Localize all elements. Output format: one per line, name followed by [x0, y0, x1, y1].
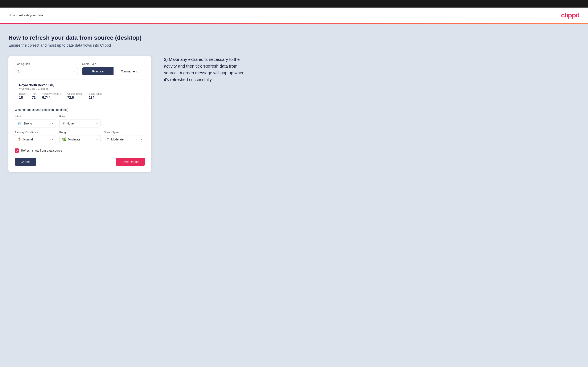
- rough-group: Rough 🌿 Moderate ▼: [59, 131, 101, 143]
- conditions-section-title: Weather and course conditions (optional): [15, 108, 145, 111]
- slope-rating-value: 134: [89, 96, 102, 100]
- rain-label: Rain: [59, 115, 101, 118]
- header: How to refresh your data clippd: [0, 8, 588, 23]
- holes-value: 18: [19, 96, 26, 100]
- course-stats: Holes 18 Par 72 Yards/White (M)) 6,744 C…: [19, 92, 141, 100]
- yards-value: 6,744: [42, 96, 61, 100]
- rain-group: Rain ☀ None ▼: [59, 115, 101, 127]
- par-stat: Par 72: [32, 92, 36, 100]
- logo: clippd: [561, 11, 579, 19]
- fairway-arrow-icon: ▼: [51, 138, 54, 141]
- green-speed-label: Green Speed: [104, 131, 145, 134]
- game-type-group: Game Type Practice Tournament: [82, 62, 145, 75]
- rain-arrow-icon: ▼: [96, 122, 98, 125]
- green-speed-icon: ⚙: [107, 137, 110, 141]
- wind-rain-row: Wind 💨 Strong ▼ Rain ☀ None ▼: [15, 115, 145, 127]
- checkmark-icon: [16, 149, 18, 152]
- yards-label: Yards/White (M)): [42, 92, 61, 95]
- side-text-content: 3) Make any extra edits necessary to the…: [164, 56, 248, 83]
- game-type-toggle: Practice Tournament: [82, 67, 145, 75]
- fairway-group: Fairway Conditions 🏌 Normal ▼: [15, 131, 56, 143]
- button-row: Cancel Save Details: [15, 158, 145, 166]
- course-name: Royal North Devon GC,: [19, 83, 141, 87]
- top-bar: [0, 0, 588, 8]
- starting-hole-select-wrapper: 1 ▼: [15, 67, 78, 75]
- course-rating-value: 72.5: [67, 96, 82, 100]
- main-content: How to refresh your data from source (de…: [0, 24, 588, 366]
- rough-value: Moderate: [68, 138, 93, 141]
- side-text-panel: 3) Make any extra edits necessary to the…: [164, 56, 248, 83]
- fairway-icon: 🏌: [17, 137, 22, 141]
- refresh-checkbox-row: Refresh shots from data source: [15, 149, 145, 153]
- wind-select[interactable]: 💨 Strong ▼: [15, 119, 56, 127]
- starting-hole-group: Starting Hole 1 ▼: [15, 62, 78, 75]
- course-rating-label: Course rating: [67, 92, 82, 95]
- wind-group: Wind 💨 Strong ▼: [15, 115, 56, 127]
- slope-rating-stat: Slope rating 134: [89, 92, 102, 100]
- empty-col: [104, 115, 145, 127]
- form-card: Starting Hole 1 ▼ Game Type Practice Tou…: [9, 56, 151, 172]
- rain-select[interactable]: ☀ None ▼: [59, 119, 101, 127]
- refresh-checkbox-label: Refresh shots from data source: [21, 149, 62, 152]
- tournament-button[interactable]: Tournament: [113, 67, 145, 75]
- holes-stat: Holes 18: [19, 92, 26, 100]
- page-subheading: Ensure the correct and most up to date d…: [9, 43, 579, 48]
- fairway-label: Fairway Conditions: [15, 131, 56, 134]
- fairway-value: Normal: [23, 138, 48, 141]
- rain-value: None: [67, 122, 93, 125]
- course-location: Westward Ho!, England: [19, 87, 141, 90]
- save-button[interactable]: Save Details: [116, 158, 145, 166]
- wind-value: Strong: [23, 122, 48, 125]
- cancel-button[interactable]: Cancel: [15, 158, 36, 166]
- conditions-grid: Wind 💨 Strong ▼ Rain ☀ None ▼: [15, 115, 145, 143]
- header-title: How to refresh your data: [9, 13, 43, 17]
- slope-rating-label: Slope rating: [89, 92, 102, 95]
- fairway-rough-green-row: Fairway Conditions 🏌 Normal ▼ Rough 🌿 Mo…: [15, 131, 145, 143]
- course-info-box: Royal North Devon GC, Westward Ho!, Engl…: [15, 80, 145, 103]
- game-type-label: Game Type: [82, 62, 145, 66]
- fairway-select[interactable]: 🏌 Normal ▼: [15, 135, 56, 143]
- yards-stat: Yards/White (M)) 6,744: [42, 92, 61, 100]
- course-rating-stat: Course rating 72.5: [67, 92, 82, 100]
- rough-icon: 🌿: [62, 137, 66, 141]
- rough-arrow-icon: ▼: [96, 138, 98, 141]
- green-speed-value: Moderate: [111, 138, 137, 141]
- practice-button[interactable]: Practice: [82, 67, 113, 75]
- rain-icon: ☀: [62, 121, 65, 125]
- rough-label: Rough: [59, 131, 101, 134]
- page-heading: How to refresh your data from source (de…: [9, 34, 579, 41]
- green-speed-arrow-icon: ▼: [140, 138, 143, 141]
- footer: Copyright Clippd 2022: [0, 366, 588, 367]
- holes-label: Holes: [19, 92, 26, 95]
- top-form-row: Starting Hole 1 ▼ Game Type Practice Tou…: [15, 62, 145, 75]
- refresh-checkbox[interactable]: [15, 149, 19, 153]
- content-area: Starting Hole 1 ▼ Game Type Practice Tou…: [9, 56, 579, 172]
- green-speed-group: Green Speed ⚙ Moderate ▼: [104, 131, 145, 143]
- starting-hole-label: Starting Hole: [15, 62, 78, 66]
- par-label: Par: [32, 92, 36, 95]
- wind-arrow-icon: ▼: [51, 122, 54, 125]
- wind-label: Wind: [15, 115, 56, 118]
- rough-select[interactable]: 🌿 Moderate ▼: [59, 135, 101, 143]
- green-speed-select[interactable]: ⚙ Moderate ▼: [104, 135, 145, 143]
- par-value: 72: [32, 96, 36, 100]
- wind-icon: 💨: [17, 121, 22, 125]
- starting-hole-select[interactable]: 1: [15, 67, 78, 75]
